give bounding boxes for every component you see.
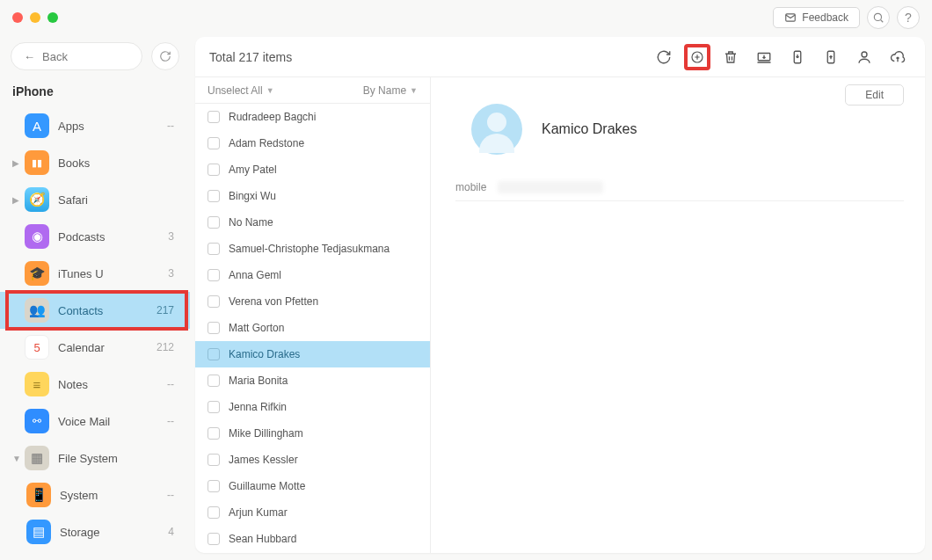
itunesu-icon: 🎓	[25, 261, 49, 286]
chevron-right-icon: ▶	[12, 158, 23, 168]
sidebar-item-apps[interactable]: A Apps --	[0, 107, 190, 144]
contacts-list-column: Unselect All ▼ By Name ▼ Rudradeep Bagch…	[195, 77, 431, 553]
list-item-label: Matt Gorton	[229, 322, 284, 334]
sidebar-refresh-button[interactable]	[151, 42, 179, 70]
list-item[interactable]: Maria Bonita	[195, 367, 430, 394]
checkbox[interactable]	[208, 533, 220, 545]
list-item[interactable]: Bingxi Wu	[195, 183, 430, 209]
to-mac-button[interactable]	[751, 44, 777, 70]
sidebar-item-label: System	[60, 489, 167, 502]
person-icon	[856, 49, 872, 65]
list-item[interactable]: Kamico Drakes	[195, 341, 430, 367]
sidebar-item-safari[interactable]: ▶ 🧭 Safari	[0, 181, 190, 218]
zoom-window-icon[interactable]	[47, 12, 58, 23]
sidebar-item-contacts[interactable]: 👥 Contacts 217	[0, 292, 190, 329]
checkbox[interactable]	[208, 480, 220, 492]
list-item[interactable]: Guillaume Motte	[195, 473, 430, 499]
checkbox[interactable]	[208, 375, 220, 387]
sidebar-item-count: 3	[168, 267, 174, 280]
total-items-label: Total 217 items	[209, 50, 292, 64]
list-item-label: Kamico Drakes	[229, 348, 300, 360]
sidebar-item-notes[interactable]: ≡ Notes --	[0, 366, 190, 403]
list-item[interactable]: Mike Dillingham	[195, 420, 430, 447]
list-item[interactable]: Sean Hubbard	[195, 526, 430, 552]
contacts-list[interactable]: Rudradeep BagchiAdam RedstoneAmy PatelBi…	[195, 104, 430, 553]
checkbox[interactable]	[208, 427, 220, 440]
back-label: Back	[42, 50, 68, 63]
field-row-mobile: mobile	[455, 181, 904, 201]
list-item[interactable]: Adam Redstone	[195, 130, 430, 156]
list-item-label: Adam Redstone	[229, 137, 304, 149]
sidebar-item-podcasts[interactable]: ◉ Podcasts 3	[0, 218, 190, 255]
system-icon: 📱	[26, 483, 51, 507]
list-item[interactable]: No Name	[195, 209, 430, 236]
calendar-icon: 5	[25, 335, 49, 360]
checkbox[interactable]	[208, 190, 220, 202]
apps-icon: A	[25, 113, 49, 138]
list-item[interactable]: Amy Patel	[195, 156, 430, 183]
list-item[interactable]: Anna Geml	[195, 262, 430, 288]
chevron-down-icon: ▼	[12, 454, 23, 463]
list-item[interactable]: Matt Gorton	[195, 315, 430, 341]
checkbox[interactable]	[208, 454, 220, 466]
list-item-label: Bingxi Wu	[229, 190, 276, 202]
sidebar-item-filesystem[interactable]: ▼ ▦ File System	[0, 440, 190, 476]
edit-button[interactable]: Edit	[845, 84, 904, 105]
field-value-redacted	[498, 181, 603, 193]
checkbox[interactable]	[208, 243, 220, 255]
books-icon: ▮▮	[25, 150, 49, 175]
close-window-icon[interactable]	[12, 12, 23, 23]
sort-by-button[interactable]: By Name ▼	[363, 84, 418, 97]
list-item[interactable]: Samuel-Christophe Tedjasukmana	[195, 236, 430, 262]
checkbox[interactable]	[208, 164, 220, 176]
checkbox[interactable]	[208, 322, 220, 334]
from-device-button[interactable]	[818, 44, 844, 70]
sidebar-item-label: Safari	[58, 193, 174, 207]
sidebar-item-count: --	[167, 120, 174, 132]
checkbox[interactable]	[208, 401, 220, 413]
back-button[interactable]: ← Back	[11, 42, 142, 70]
sidebar-item-label: Podcasts	[58, 230, 168, 244]
svg-point-6	[862, 52, 867, 57]
sidebar-item-itunesu[interactable]: 🎓 iTunes U 3	[0, 255, 190, 292]
add-button[interactable]	[684, 44, 710, 70]
to-device-button[interactable]	[784, 44, 811, 70]
list-item-label: Jenna Rifkin	[229, 401, 287, 413]
cloud-button[interactable]	[885, 44, 911, 70]
list-item[interactable]: Jenna Rifkin	[195, 394, 430, 420]
sidebar-item-label: Notes	[58, 378, 167, 391]
checkbox[interactable]	[208, 137, 220, 149]
unselect-all-button[interactable]: Unselect All ▼	[208, 84, 274, 97]
sidebar-item-calendar[interactable]: 5 Calendar 212	[0, 329, 190, 366]
sidebar-item-count: 3	[168, 230, 174, 243]
feedback-button[interactable]: Feedback	[773, 7, 860, 28]
list-item[interactable]: Rudradeep Bagchi	[195, 104, 430, 130]
checkbox[interactable]	[208, 216, 220, 229]
sidebar-item-storage[interactable]: ▤ Storage 4	[0, 513, 190, 550]
list-item-label: Samuel-Christophe Tedjasukmana	[229, 243, 390, 255]
checkbox[interactable]	[208, 348, 220, 360]
cloud-upload-icon	[890, 49, 906, 65]
checkbox[interactable]	[208, 295, 220, 308]
sidebar-item-voicemail[interactable]: ⚯ Voice Mail --	[0, 403, 190, 440]
help-button[interactable]: ?	[897, 6, 920, 29]
window-controls[interactable]	[12, 12, 58, 23]
merge-button[interactable]	[851, 44, 877, 70]
minimize-window-icon[interactable]	[30, 12, 40, 23]
list-item[interactable]: Verena von Pfetten	[195, 288, 430, 315]
refresh-button[interactable]	[651, 44, 677, 70]
svg-point-1	[874, 13, 881, 20]
to-device-icon	[790, 49, 805, 65]
content-panel: Total 217 items	[195, 37, 925, 553]
sidebar-item-books[interactable]: ▶ ▮▮ Books	[0, 144, 190, 181]
notes-icon: ≡	[25, 372, 49, 396]
list-item[interactable]: James Kessler	[195, 447, 430, 473]
sidebar-item-system[interactable]: 📱 System --	[0, 476, 190, 513]
checkbox[interactable]	[208, 269, 220, 281]
list-item-label: Mike Dillingham	[229, 427, 303, 440]
checkbox[interactable]	[208, 111, 220, 123]
checkbox[interactable]	[208, 506, 220, 519]
search-button[interactable]	[867, 6, 890, 29]
list-item[interactable]: Arjun Kumar	[195, 499, 430, 526]
delete-button[interactable]	[717, 44, 744, 70]
